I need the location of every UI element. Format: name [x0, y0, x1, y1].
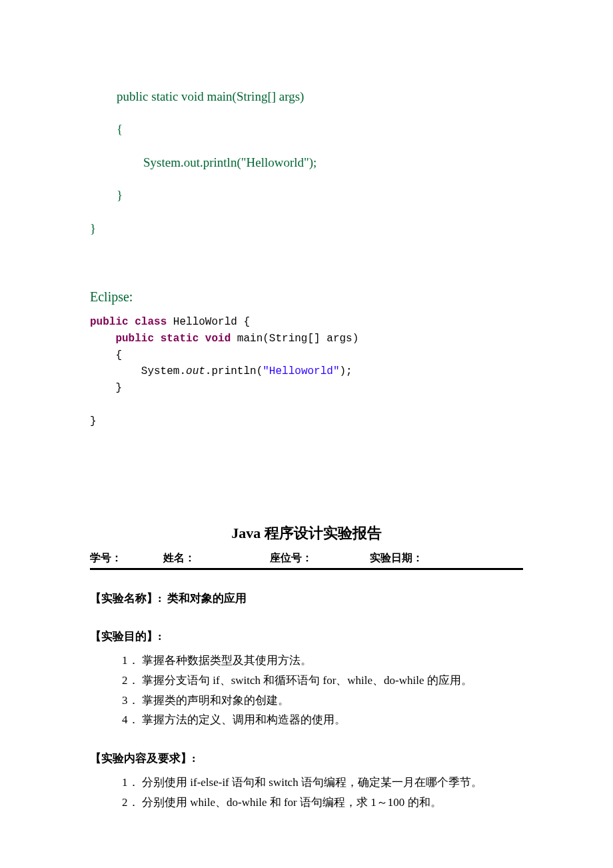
list-text: 掌握类的声明和对象的创建。	[142, 694, 289, 707]
list-text: 掌握分支语句 if、switch 和循环语句 for、while、do-whil…	[142, 674, 472, 687]
list-text: 分别使用 while、do-while 和 for 语句编程，求 1～100 的…	[142, 796, 442, 809]
section-value: 类和对象的应用	[165, 592, 247, 605]
section-purpose: 【实验目的】: 1．掌握各种数据类型及其使用方法。 2．掌握分支语句 if、sw…	[90, 627, 523, 730]
list-item: 1．分别使用 if-else-if 语句和 switch 语句编程，确定某一月在…	[122, 773, 523, 793]
eclipse-code-block: public class HelloWorld { public static …	[90, 314, 523, 430]
section-label: 【实验内容及要求】:	[90, 752, 196, 765]
code-text: HelloWorld {	[167, 316, 250, 328]
list-text: 掌握各种数据类型及其使用方法。	[142, 654, 312, 667]
code-line: }	[90, 179, 523, 211]
list-item: 2．掌握分支语句 if、switch 和循环语句 for、while、do-wh…	[122, 671, 523, 691]
list-num: 2．	[122, 793, 139, 813]
list-num: 1．	[122, 773, 139, 793]
code-text: .println(	[205, 365, 263, 377]
list-num: 4．	[122, 710, 139, 730]
keyword: void	[205, 333, 231, 345]
list-item: 2．分别使用 while、do-while 和 for 语句编程，求 1～100…	[122, 793, 523, 813]
report-header-row: 学号： 姓名： 座位号： 实验日期：	[90, 551, 523, 570]
keyword: public	[115, 333, 154, 345]
section-experiment-name: 【实验名称】: 类和对象的应用	[90, 589, 523, 609]
title-java: Java	[231, 525, 265, 541]
content-list: 1．分别使用 if-else-if 语句和 switch 语句编程，确定某一月在…	[90, 773, 523, 813]
keyword: static	[161, 333, 199, 345]
list-item: 3．掌握类的声明和对象的创建。	[122, 691, 523, 711]
code-line: }	[90, 212, 523, 245]
page: public static void main(String[] args) {…	[0, 0, 613, 868]
code-green-block: public static void main(String[] args) {…	[90, 80, 523, 245]
header-xuehao: 学号：	[90, 551, 163, 565]
code-text: }	[90, 415, 97, 427]
section-label: 【实验目的】:	[90, 630, 162, 643]
code-text: main(String[] args)	[231, 333, 358, 345]
header-date: 实验日期：	[370, 551, 523, 565]
code-line: {	[90, 113, 523, 145]
string-literal: "Helloworld"	[263, 365, 339, 377]
list-num: 1．	[122, 651, 139, 671]
header-seat: 座位号：	[270, 551, 370, 565]
title-rest: 程序设计实验报告	[265, 525, 382, 541]
section-content: 【实验内容及要求】: 1．分别使用 if-else-if 语句和 switch …	[90, 749, 523, 812]
keyword: class	[135, 316, 167, 328]
purpose-list: 1．掌握各种数据类型及其使用方法。 2．掌握分支语句 if、switch 和循环…	[90, 651, 523, 730]
list-num: 3．	[122, 691, 139, 711]
list-num: 2．	[122, 671, 139, 691]
code-text: out	[186, 365, 205, 377]
header-name: 姓名：	[163, 551, 270, 565]
list-item: 4．掌握方法的定义、调用和构造器的使用。	[122, 710, 523, 730]
code-text: );	[339, 365, 352, 377]
list-text: 掌握方法的定义、调用和构造器的使用。	[142, 713, 346, 726]
code-line: public static void main(String[] args)	[90, 80, 523, 113]
keyword: public	[90, 316, 129, 328]
list-text: 分别使用 if-else-if 语句和 switch 语句编程，确定某一月在哪个…	[142, 776, 482, 789]
code-text: }	[90, 382, 122, 394]
code-line: System.out.println("Helloworld");	[90, 146, 523, 179]
eclipse-label: Eclipse:	[90, 285, 523, 309]
code-text: {	[90, 349, 122, 361]
report-title: Java 程序设计实验报告	[90, 523, 523, 543]
list-item: 1．掌握各种数据类型及其使用方法。	[122, 651, 523, 671]
section-label: 【实验名称】:	[90, 592, 162, 605]
code-text: System.	[90, 365, 186, 377]
